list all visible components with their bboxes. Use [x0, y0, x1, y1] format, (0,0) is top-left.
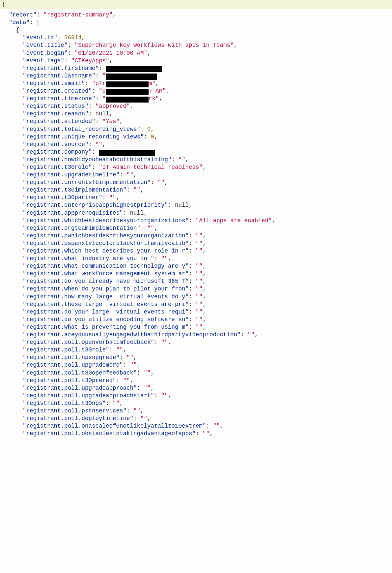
code-line: "registrant.email": "pfrm",: [2, 80, 390, 87]
json-sep: :: [189, 263, 196, 269]
json-tail: ,: [185, 156, 189, 163]
code-line: "registrant.poll.npsupgrade": "",: [2, 354, 390, 361]
code-line: "registrant.lastname": ": [2, 72, 390, 80]
json-value: "": [158, 179, 165, 186]
redacted-block: [106, 81, 149, 87]
json-value: "": [196, 232, 203, 239]
json-key: "registrant.poll.upgrademore": [23, 362, 123, 368]
json-value: "01/20/2021 10:00 AM": [75, 50, 148, 56]
json-sep: :: [68, 42, 75, 48]
json-tail: ,: [140, 407, 144, 414]
json-sep: :: [189, 301, 196, 308]
redacted-block: [106, 97, 149, 103]
json-sep: :: [89, 110, 96, 117]
json-tail: ,: [203, 240, 206, 247]
json-sep: :: [137, 385, 144, 391]
json-key: "registrant.how many large virtual event…: [23, 293, 189, 300]
json-sep: :: [189, 324, 196, 330]
json-tail: ,: [203, 164, 206, 170]
json-tail: ,: [130, 103, 134, 109]
json-tail: ,: [203, 309, 206, 315]
json-tail: ,: [165, 179, 168, 186]
json-sep: :: [189, 232, 196, 239]
json-tail: ,: [137, 362, 141, 368]
json-tail: ,: [203, 248, 206, 254]
json-tail: ,: [151, 370, 154, 376]
json-key: "registrant.whichbestdescribesyourorgani…: [23, 217, 189, 224]
code-line: "registrant.poll.deploytimeline": "",: [2, 415, 390, 422]
json-sep: :: [189, 293, 196, 300]
json-value: "": [196, 301, 203, 308]
json-tail: ,: [159, 95, 163, 102]
json-value: "": [126, 354, 133, 361]
json-value: "": [126, 171, 133, 178]
json-tail: ,: [189, 202, 192, 208]
json-value: "": [196, 324, 203, 330]
json-sep: :: [126, 187, 133, 193]
json-key: "report": [9, 12, 37, 18]
json-tail: ,: [147, 415, 151, 422]
code-line: "registrant.poll.pstnservices": "",: [2, 407, 390, 415]
json-value: "": [161, 255, 168, 262]
json-value: "": [113, 400, 120, 407]
json-sep: :: [96, 73, 102, 79]
json-tail: ,: [203, 278, 206, 285]
json-key: "registrant.unique_recording_views": [23, 134, 144, 140]
json-tail: ,: [102, 141, 106, 148]
json-value: "": [96, 141, 102, 148]
json-key: "registrant.what industry are you in ": [23, 255, 154, 262]
json-value: "": [130, 362, 137, 368]
json-key: "registrant.attended": [23, 118, 96, 125]
json-key: "registrant.poll.onascaleof0notlikelyata…: [23, 423, 206, 429]
json-sep: :: [96, 118, 102, 125]
json-key: "registrant.t30role": [23, 164, 92, 170]
json-key: "registrant.firstname": [23, 65, 99, 72]
json-sep: :: [154, 392, 161, 399]
json-key: "registrant.do you utilize encoding soft…: [23, 316, 189, 323]
json-tail: ,: [154, 134, 158, 140]
json-key: "registrant.status": [23, 103, 89, 109]
json-sep: :: [172, 156, 179, 163]
code-line: "registrant.poll.t30openfeedback": "",: [2, 369, 390, 377]
json-key: "registrant.what is preventing you from …: [23, 324, 189, 330]
json-value: "": [248, 331, 255, 338]
json-tail: ,: [113, 12, 116, 18]
code-line: "registrant.howdidyouhearaboutthistraini…: [2, 156, 390, 164]
json-key: "registrant.created": [23, 88, 92, 94]
json-tail: ,: [234, 42, 238, 48]
json-sep: :: [116, 377, 123, 384]
open-brace: {: [2, 1, 6, 8]
json-tail: ,: [155, 80, 159, 87]
json-sep: :: [189, 270, 196, 277]
json-sep: :: [151, 179, 158, 186]
json-tail: ,: [203, 293, 206, 300]
code-line: "registrant.source": "",: [2, 141, 390, 148]
json-sep: :: [96, 95, 102, 102]
json-sep: :: [30, 19, 37, 26]
code-line: "registrant.what workforce management sy…: [2, 270, 390, 278]
json-tail: ,: [203, 263, 206, 269]
json-key: "registrant.t30partner": [23, 194, 102, 201]
json-value: "": [203, 430, 210, 437]
json-sep: :: [57, 34, 64, 41]
code-line: "registrant.attended": "Yes",: [2, 118, 390, 125]
json-sep: :: [126, 407, 133, 414]
json-key: "registrant.t30implementation": [23, 187, 126, 193]
code-line: "registrant.poll.onascaleof0notlikelyata…: [2, 422, 390, 430]
json-tail: ,: [168, 255, 172, 262]
json-value: "CTKeyApps": [71, 57, 109, 64]
code-line: "registrant.poll.obstaclestotakingadvant…: [2, 430, 390, 437]
json-sep: :: [189, 248, 196, 254]
json-tail: ,: [203, 316, 206, 323]
json-sep: :: [189, 286, 196, 292]
json-code-block: "report": "registrant-summary","data": […: [0, 9, 392, 441]
code-line: "event.tags": "CTKeyApps",: [2, 57, 390, 65]
json-value: "": [109, 194, 116, 201]
json-value-pre: ": [102, 95, 106, 102]
code-line: "registrant.reason": null,: [2, 110, 390, 118]
json-tail: ,: [144, 210, 148, 216]
json-key: "registrant.poll.upgradeapproachstart": [23, 392, 154, 399]
json-value: "": [196, 278, 203, 285]
json-key: "registrant.source": [23, 141, 89, 148]
json-sep: :: [189, 240, 196, 247]
